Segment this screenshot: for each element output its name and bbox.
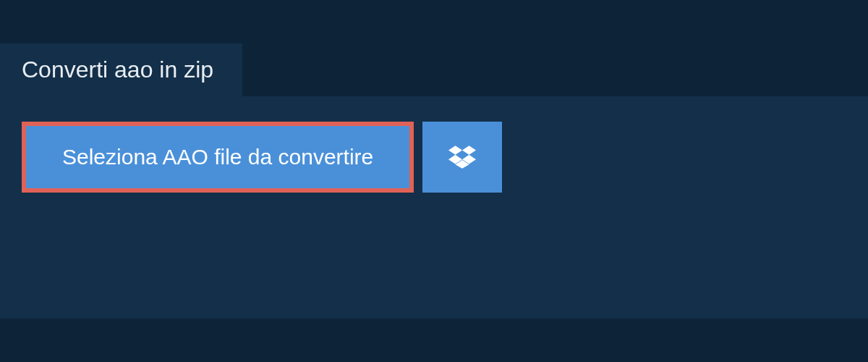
action-row: Seleziona AAO file da convertire: [22, 122, 846, 193]
select-file-button[interactable]: Seleziona AAO file da convertire: [22, 122, 414, 193]
tab-label: Converti aao in zip: [22, 56, 213, 83]
tab-bar: Converti aao in zip: [0, 43, 242, 96]
tab-convert[interactable]: Converti aao in zip: [0, 43, 242, 96]
select-file-label: Seleziona AAO file da convertire: [62, 145, 373, 169]
dropbox-icon: [448, 143, 476, 171]
convert-panel: Seleziona AAO file da convertire: [0, 96, 868, 319]
dropbox-button[interactable]: [422, 122, 502, 193]
